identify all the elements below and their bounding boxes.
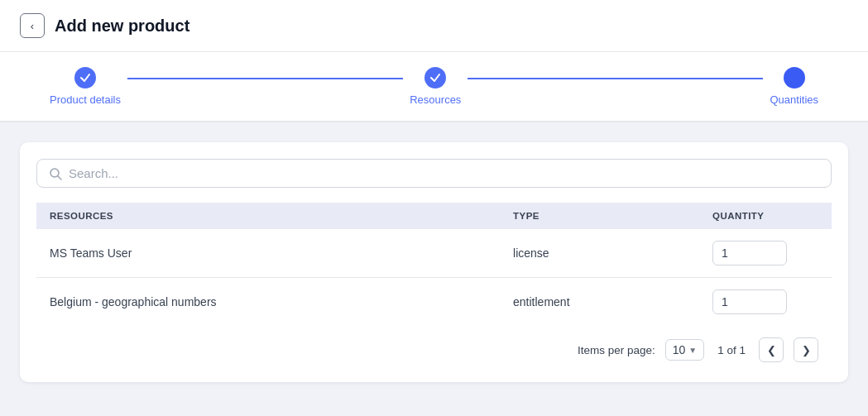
step-circle-3 — [784, 67, 805, 88]
prev-page-button[interactable]: ❮ — [759, 337, 784, 362]
cell-resource-1: Belgium - geographical numbers — [36, 278, 500, 327]
stepper: Product details Resources Quantities — [0, 52, 868, 122]
checkmark-icon-2 — [429, 72, 441, 84]
items-per-page-value: 10 — [673, 343, 686, 356]
step-circle-1 — [74, 67, 96, 88]
resources-table: RESOURCES TYPE QUANTITY MS Teams User li… — [36, 203, 832, 326]
step-container-3: Quantities — [770, 67, 818, 106]
items-per-page-label: Items per page: — [578, 344, 655, 356]
table-header-row: RESOURCES TYPE QUANTITY — [36, 203, 832, 229]
main-content: RESOURCES TYPE QUANTITY MS Teams User li… — [0, 122, 868, 402]
page-title: Add new product — [55, 17, 189, 36]
col-header-type: TYPE — [500, 203, 699, 229]
items-per-page-select[interactable]: 10 ▼ — [665, 339, 704, 361]
step-line-2 — [468, 78, 763, 79]
step-resources: Resources — [410, 67, 461, 106]
search-bar[interactable] — [36, 159, 832, 188]
pagination-row: Items per page: 10 ▼ 1 of 1 ❮ ❯ — [36, 326, 832, 366]
chevron-right-icon: ❯ — [802, 344, 811, 356]
step-circle-2 — [424, 67, 446, 88]
step-label-2: Resources — [410, 93, 461, 106]
quantity-input-1[interactable] — [712, 289, 787, 314]
cell-quantity-0[interactable] — [699, 229, 832, 278]
table-row: MS Teams User license — [36, 229, 832, 278]
page-info: 1 of 1 — [717, 344, 746, 356]
col-header-resources: RESOURCES — [36, 203, 500, 229]
cell-type-0: license — [500, 229, 699, 278]
col-header-quantity: QUANTITY — [699, 203, 832, 229]
svg-line-1 — [58, 176, 61, 179]
step-product-details: Product details — [50, 67, 121, 106]
table-row: Belgium - geographical numbers entitleme… — [36, 278, 832, 327]
search-input[interactable] — [69, 166, 819, 180]
cell-quantity-1[interactable] — [699, 278, 832, 327]
chevron-down-icon: ▼ — [688, 346, 697, 355]
page-header: ‹ Add new product — [0, 0, 868, 52]
step-quantities: Quantities — [770, 67, 818, 106]
step-container-2: Resources — [410, 67, 770, 106]
next-page-button[interactable]: ❯ — [794, 337, 818, 362]
back-icon: ‹ — [31, 20, 34, 32]
step-line-1 — [127, 78, 403, 79]
step-label-1: Product details — [50, 93, 121, 106]
cell-type-1: entitlement — [500, 278, 699, 327]
step-label-3: Quantities — [770, 93, 818, 106]
quantity-input-0[interactable] — [712, 241, 787, 265]
cell-resource-0: MS Teams User — [36, 229, 500, 278]
search-icon — [49, 167, 62, 180]
chevron-left-icon: ❮ — [767, 344, 776, 356]
back-button[interactable]: ‹ — [20, 13, 45, 38]
step-container-1: Product details — [50, 67, 410, 106]
checkmark-icon-1 — [79, 72, 91, 84]
content-card: RESOURCES TYPE QUANTITY MS Teams User li… — [20, 142, 848, 382]
